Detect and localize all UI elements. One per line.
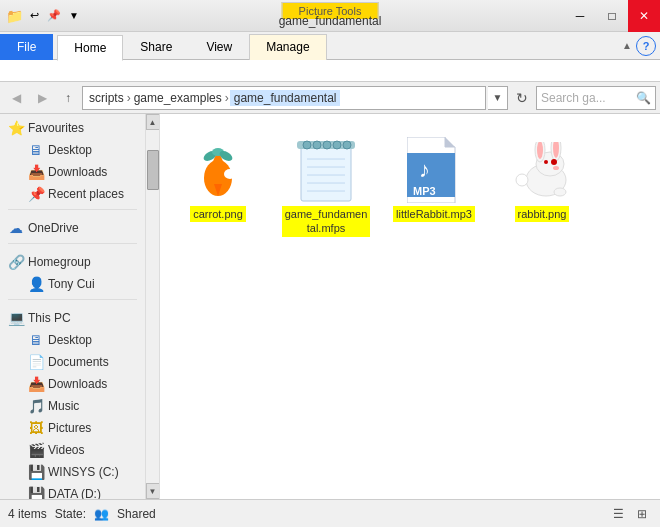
svg-point-11 [323,141,331,149]
svg-rect-7 [301,145,351,201]
svg-point-6 [224,169,236,179]
tab-view[interactable]: View [189,34,249,60]
svg-point-32 [544,160,548,164]
restore-button[interactable]: □ [596,0,628,32]
tab-home[interactable]: Home [57,35,123,61]
window-controls: ─ □ ✕ [564,0,660,32]
downloads2-icon: 📥 [28,376,44,392]
minimize-button[interactable]: ─ [564,0,596,32]
scrollbar-up-button[interactable]: ▲ [146,114,160,130]
ribbon-controls: ▲ ? [622,36,656,56]
scrollbar-track [146,130,160,483]
gamefundamental-icon [294,138,358,202]
ribbon-content [0,60,660,82]
sidebar-homegroup-label: Homegroup [28,255,91,269]
sidebar-item-downloads[interactable]: 📥 Downloads [0,161,145,183]
sidebar-item-music[interactable]: 🎵 Music [0,395,145,417]
file-area: carrot.png [160,114,660,499]
scrollbar-down-button[interactable]: ▼ [146,483,160,499]
state-label: State: [55,507,86,521]
videos-icon: 🎬 [28,442,44,458]
user-icon: 👤 [28,276,44,292]
path-scripts: scripts [87,91,126,105]
recent-icon: 📌 [28,186,44,202]
tab-file[interactable]: File [0,34,53,60]
divider-3 [8,299,137,300]
tab-share[interactable]: Share [123,34,189,60]
sidebar-onedrive-label: OneDrive [28,221,79,235]
folder-icon: 📁 [6,8,22,24]
file-item-rabbit[interactable]: rabbit.png [492,130,592,245]
svg-text:♪: ♪ [419,157,430,182]
pin-icon: 📌 [46,8,62,24]
desktop-icon: 🖥 [28,142,44,158]
search-icon: 🔍 [636,91,651,105]
back-button[interactable]: ◀ [4,86,28,110]
tiles-view-button[interactable]: ⊞ [632,504,652,524]
sidebar-item-desktop[interactable]: 🖥 Desktop [0,139,145,161]
sidebar-thispc-label: This PC [28,311,71,325]
ribbon-tabs: File Home Share View Manage ▲ ? [0,32,660,60]
path-game-fundamental: game_fundamental [230,90,341,106]
sidebar-group-thispc[interactable]: 💻 This PC [0,304,145,329]
onedrive-icon: ☁ [8,220,24,236]
view-controls: ☰ ⊞ [608,504,652,524]
expand-ribbon-button[interactable]: ▲ [622,40,632,51]
sidebar-item-pictures[interactable]: 🖼 Pictures [0,417,145,439]
sidebar-group-onedrive[interactable]: ☁ OneDrive [0,214,145,239]
file-item-carrot[interactable]: carrot.png [168,130,268,245]
sidebar-item-videos[interactable]: 🎬 Videos [0,439,145,461]
address-path[interactable]: scripts › game_examples › game_fundament… [82,86,486,110]
data-icon: 💾 [28,486,44,499]
window-title: game_fundamental [279,14,382,28]
star-icon: ⭐ [8,120,24,136]
svg-point-13 [343,141,351,149]
path-game-examples: game_examples [132,91,224,105]
sidebar-group-homegroup[interactable]: 🔗 Homegroup [0,248,145,273]
sidebar-item-pc-desktop[interactable]: 🖥 Desktop [0,329,145,351]
down-arrow-icon: ▼ [66,8,82,24]
search-box[interactable]: Search ga... 🔍 [536,86,656,110]
rabbit-icon [510,138,574,202]
scrollbar-thumb[interactable] [147,150,159,190]
sidebar-item-tonycui[interactable]: 👤 Tony Cui [0,273,145,295]
address-dropdown[interactable]: ▼ [488,86,508,110]
refresh-button[interactable]: ↻ [510,86,534,110]
documents-icon: 📄 [28,354,44,370]
undo-icon: ↩ [26,8,42,24]
sidebar-content: ⭐ Favourites 🖥 Desktop 📥 Downloads 📌 Rec… [0,114,145,499]
music-icon: 🎵 [28,398,44,414]
sidebar-item-pc-downloads[interactable]: 📥 Downloads [0,373,145,395]
help-button[interactable]: ? [636,36,656,56]
gamefundamental-filename: game_fundamental.mfps [282,206,371,237]
littlerabbit-filename: littleRabbit.mp3 [393,206,475,222]
sidebar-group-favourites[interactable]: ⭐ Favourites [0,114,145,139]
svg-point-10 [313,141,321,149]
close-button[interactable]: ✕ [628,0,660,32]
title-bar: 📁 ↩ 📌 ▼ Picture Tools game_fundamental ─… [0,0,660,32]
tab-manage[interactable]: Manage [249,34,326,60]
details-view-button[interactable]: ☰ [608,504,628,524]
shared-icon: 👥 [94,507,109,521]
divider-2 [8,243,137,244]
carrot-filename: carrot.png [190,206,246,222]
pictures-icon: 🖼 [28,420,44,436]
svg-rect-21 [407,153,455,183]
homegroup-icon: 🔗 [8,254,24,270]
main-area: ⭐ Favourites 🖥 Desktop 📥 Downloads 📌 Rec… [0,114,660,499]
forward-button[interactable]: ▶ [30,86,54,110]
sidebar-item-winsys[interactable]: 💾 WINSYS (C:) [0,461,145,483]
sidebar-item-documents[interactable]: 📄 Documents [0,351,145,373]
carrot-icon [186,138,250,202]
svg-text:MP3: MP3 [413,185,436,197]
file-item-gamefundamental[interactable]: game_fundamental.mfps [276,130,376,245]
svg-marker-20 [445,137,455,147]
svg-point-35 [554,188,566,196]
winsys-icon: 💾 [28,464,44,480]
file-item-littlerabbit[interactable]: ♪ MP3 littleRabbit.mp3 [384,130,484,245]
downloads-icon: 📥 [28,164,44,180]
up-button[interactable]: ↑ [56,86,80,110]
sidebar-item-recent[interactable]: 📌 Recent places [0,183,145,205]
search-placeholder: Search ga... [541,91,606,105]
sidebar-item-data[interactable]: 💾 DATA (D:) [0,483,145,499]
